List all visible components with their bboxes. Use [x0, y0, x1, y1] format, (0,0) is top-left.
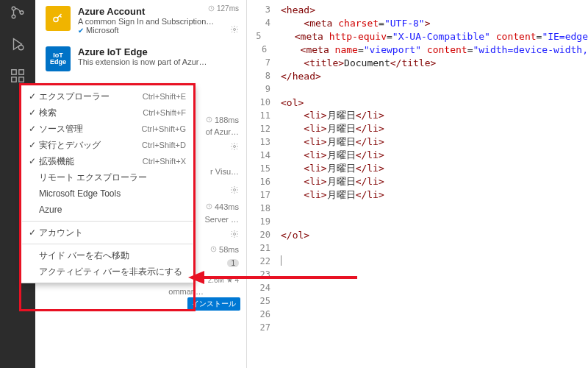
code-line[interactable]: 12 <li>月曜日</li> [247, 122, 588, 135]
context-menu-item[interactable]: Azure [21, 202, 193, 218]
code-line[interactable]: 27 [247, 321, 588, 334]
extension-timing: 443ms [206, 202, 239, 211]
svg-rect-7 [19, 70, 24, 74]
code-line[interactable]: 13 <li>月曜日</li> [247, 135, 588, 149]
line-number: 7 [247, 57, 281, 68]
line-number: 16 [247, 177, 281, 187]
gear-icon[interactable] [230, 25, 239, 36]
line-content[interactable]: <li>月曜日</li> [281, 162, 384, 175]
extension-item[interactable]: IoTEdge Azure IoT Edge This extension is… [35, 40, 246, 77]
code-line[interactable]: 14 <li>月曜日</li> [247, 149, 588, 162]
source-control-icon[interactable] [10, 4, 26, 23]
code-line[interactable]: 18 [247, 202, 588, 215]
line-content[interactable]: <meta name="viewport" content="width=dev… [277, 44, 588, 55]
context-menu-item[interactable]: リモート エクスプローラー [21, 169, 193, 185]
code-line[interactable]: 7 <title>Document</title> [247, 56, 588, 69]
line-number: 23 [247, 269, 281, 280]
install-button[interactable]: インストール [187, 297, 240, 311]
svg-point-3 [18, 45, 23, 49]
code-line[interactable]: 20</ol> [247, 228, 588, 241]
context-menu-item[interactable]: サイド バーを右へ移動 [21, 247, 193, 263]
code-line[interactable]: 3<head> [247, 3, 588, 16]
extension-timing: 58ms [210, 245, 239, 254]
line-number: 27 [247, 322, 281, 333]
line-content[interactable]: <li>月曜日</li> [281, 188, 384, 202]
line-number: 26 [247, 309, 281, 319]
code-line[interactable]: 15 <li>月曜日</li> [247, 162, 588, 175]
line-content[interactable]: <li>月曜日</li> [281, 135, 384, 149]
line-number: 5 [247, 31, 271, 41]
svg-rect-4 [12, 70, 16, 74]
menu-separator [22, 221, 193, 222]
context-menu-item[interactable]: ✓検索Ctrl+Shift+F [21, 105, 193, 121]
iot-edge-icon: IoTEdge [46, 46, 71, 71]
svg-rect-5 [12, 77, 16, 82]
line-number: 8 [247, 71, 281, 81]
line-content[interactable]: <meta http-equiv="X-UA-Compatible" conte… [271, 31, 588, 42]
code-line[interactable]: 24 [247, 281, 588, 294]
line-content[interactable]: <head> [281, 4, 315, 15]
line-number: 19 [247, 216, 281, 227]
line-number: 6 [247, 44, 277, 54]
svg-point-12 [234, 146, 236, 148]
code-line[interactable]: 19 [247, 215, 588, 228]
code-line[interactable]: 5 <meta http-equiv="X-UA-Compatible" con… [247, 29, 588, 43]
code-line[interactable]: 10<ol> [247, 96, 588, 109]
code-line[interactable]: 8</head> [247, 69, 588, 82]
line-content[interactable]: <title>Document</title> [281, 57, 436, 68]
run-debug-icon[interactable] [10, 36, 26, 54]
code-line[interactable]: 6 <meta name="viewport" content="width=d… [247, 43, 588, 56]
line-content[interactable] [281, 255, 282, 268]
code-line[interactable]: 11 <li>月曜日</li> [247, 109, 588, 122]
line-content[interactable]: <li>月曜日</li> [281, 175, 384, 188]
line-content[interactable]: </head> [281, 71, 321, 82]
line-content[interactable]: </ol> [281, 230, 309, 241]
code-line[interactable]: 23 [247, 268, 588, 281]
context-menu-item[interactable]: ✓エクスプローラーCtrl+Shift+E [21, 88, 193, 105]
code-line[interactable]: 25 [247, 294, 588, 308]
line-content[interactable]: <meta charset="UTF-8"> [281, 18, 431, 29]
code-line[interactable]: 22 [247, 255, 588, 268]
svg-point-0 [12, 7, 15, 10]
line-number: 3 [247, 4, 281, 15]
line-number: 13 [247, 137, 281, 147]
line-number: 22 [247, 256, 281, 266]
line-content[interactable]: <ol> [281, 97, 304, 108]
context-menu-item[interactable]: アクティビティ バーを非表示にする [21, 263, 193, 280]
extensions-icon[interactable] [10, 68, 26, 86]
gear-icon[interactable] [230, 142, 239, 152]
line-content[interactable]: <li>月曜日</li> [281, 149, 384, 162]
line-number: 18 [247, 203, 281, 213]
extension-desc-fragment: of Azur… [206, 127, 239, 136]
extension-publisher: ✔Microsoft [78, 26, 239, 35]
line-number: 9 [247, 84, 281, 94]
svg-point-13 [234, 189, 236, 191]
extension-timing: 188ms [206, 116, 239, 124]
context-menu-item[interactable]: ✓ソース管理Ctrl+Shift+G [21, 121, 193, 137]
context-menu-item[interactable]: ✓実行とデバッグCtrl+Shift+D [21, 137, 193, 153]
code-line[interactable]: 4 <meta charset="UTF-8"> [247, 16, 588, 29]
code-editor[interactable]: 3<head>4 <meta charset="UTF-8">5 <meta h… [247, 0, 588, 368]
extension-desc-fragment: omman… [168, 287, 204, 296]
context-menu-item[interactable]: ✓拡張機能Ctrl+Shift+X [21, 153, 193, 169]
extension-title: Azure IoT Edge [78, 46, 239, 57]
gear-icon[interactable] [230, 185, 239, 196]
context-menu-item[interactable]: ✓アカウント [21, 224, 193, 241]
line-content[interactable]: <li>月曜日</li> [281, 122, 384, 135]
code-line[interactable]: 9 [247, 82, 588, 96]
svg-rect-6 [19, 77, 24, 82]
code-line[interactable]: 26 [247, 308, 588, 321]
code-line[interactable]: 21 [247, 241, 588, 255]
gear-icon[interactable] [230, 230, 239, 240]
context-menu-item[interactable]: Microsoft Edge Tools [21, 185, 193, 202]
extension-desc-fragment: r Visu… [210, 167, 239, 176]
svg-point-1 [12, 15, 15, 18]
line-content[interactable]: <li>月曜日</li> [281, 109, 384, 122]
line-number: 14 [247, 150, 281, 160]
code-line[interactable]: 17 <li>月曜日</li> [247, 188, 588, 202]
code-line[interactable]: 16 <li>月曜日</li> [247, 175, 588, 188]
extension-desc: This extension is now part of Azur… [78, 57, 239, 66]
svg-point-15 [234, 233, 236, 236]
extension-timing: 127ms [208, 4, 239, 13]
extension-item[interactable]: Azure Account A common Sign In and Subsc… [35, 0, 246, 40]
